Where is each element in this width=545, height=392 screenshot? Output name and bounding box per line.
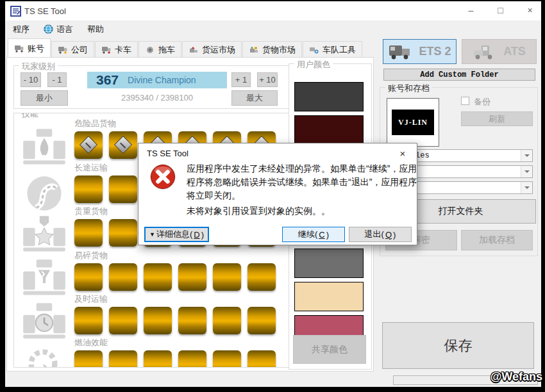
menu-bar: 程序 语言 帮助 [5,20,541,38]
fragile-skill-button-4[interactable] [178,263,206,291]
ats-truck-icon [473,43,497,61]
backup-checkbox[interactable] [461,97,469,105]
ets2-game-button[interactable]: ETS 2 [383,39,457,64]
menu-language[interactable]: 语言 [44,24,73,35]
avatar-frame: VJ-LIN [387,98,439,147]
fragile-skill-button-2[interactable] [109,263,137,291]
adr-skill-button-1[interactable] [74,131,103,159]
user-color-swatch-4[interactable] [294,282,364,311]
shared-colors-button[interactable]: 共享颜色 [293,335,366,364]
skill-label-high-value: 贵重货物 [74,206,108,217]
dropdown-arrow-icon[interactable] [521,166,532,177]
fragile-skill-button-1[interactable] [74,263,103,291]
ets2-truck-icon [388,43,412,61]
high-value-skill-button-2[interactable] [109,219,137,247]
quit-button[interactable]: 退出(Q) [349,227,412,242]
app-window: TS SE Tool – □ × 程序 语言 帮助 账号 公司 卡车 拖车 货运… [5,1,541,387]
eco-driving-skill-icon [18,341,71,368]
adr-gas-diamond-icon [114,136,132,154]
high-value-skill-button-1[interactable] [74,219,103,247]
close-button[interactable]: × [516,1,544,20]
skill-label-long-distance: 长途运输 [74,162,108,174]
fragile-skill-button-6[interactable] [247,263,276,291]
error-icon [149,163,176,190]
watermark: @Wefans [491,370,542,384]
skill-label-adr: 危险品货物 [74,118,116,129]
fragile-skill-button-5[interactable] [213,263,241,291]
user-colors-group-label: 用户颜色 [294,59,333,70]
level-minus1-button[interactable]: - 1 [47,72,67,87]
tab-truck[interactable]: 卡车 [95,41,138,58]
load-save-button[interactable]: 加载存档 [461,230,533,250]
details-expand-icon: ▼ [149,231,155,238]
level-plus1-button[interactable]: + 1 [231,72,251,87]
tab-fleet-tools[interactable]: 车队工具 [303,41,362,58]
tab-freight-market[interactable]: 货运市场 [182,41,242,58]
user-color-swatch-3[interactable] [294,249,364,278]
tab-cargo-market[interactable]: 货物市场 [242,41,302,58]
tab-trailer[interactable]: 拖车 [138,41,181,58]
eco-driving-skill-button-6[interactable] [247,350,276,368]
maximize-button[interactable]: □ [486,1,515,20]
level-max-button[interactable]: 最大 [231,90,278,106]
just-in-time-skill-button-2[interactable] [109,307,137,334]
freight-market-tab-icon [189,46,199,54]
window-title: TS SE Tool [24,6,66,16]
app-icon [10,6,21,17]
continue-button[interactable]: 继续(C) [282,227,345,242]
cargo-market-tab-icon [249,46,259,54]
profile-group-label: 账号和存档 [385,83,432,94]
just-in-time-skill-button-5[interactable] [213,307,241,334]
fragile-skill-button-3[interactable] [144,263,172,291]
avatar: VJ-LIN [392,110,434,135]
title-bar: TS SE Tool – □ × [5,1,541,20]
error-dialog-title: TS SE Tool [147,149,189,158]
user-color-swatch-2[interactable] [294,115,364,145]
just-in-time-skill-button-4[interactable] [178,307,206,334]
eco-driving-skill-button-3[interactable] [144,350,172,368]
experience-points: 2395340 / 2398100 [87,93,227,102]
ats-game-button[interactable]: ATS [462,39,537,64]
ats-label: ATS [503,45,526,58]
refresh-button[interactable]: 刷新 [461,111,533,126]
fleet-tools-tab-icon [309,46,319,54]
skills-group-label: 技能 [19,113,41,120]
skill-row-fragile [74,263,276,291]
error-message-detail: 未将对象引用设置到对象的实例。。 [187,206,417,217]
error-message: 应用程序中发生了未经处理的异常。如果单击“继续”，应用程序将忽略此错误并尝试继续… [187,162,417,202]
menu-program[interactable]: 程序 [13,24,29,35]
user-color-swatch-1[interactable] [294,82,364,111]
level-display-panel: 367 Divine Champion [87,72,227,88]
long-distance-skill-button-1[interactable] [74,176,103,203]
error-dialog: TS SE Tool × 应用程序中发生了未经处理的异常。如果单击“继续”，应用… [138,143,417,245]
eco-driving-skill-button-5[interactable] [213,350,241,368]
menu-help[interactable]: 帮助 [87,24,104,35]
save-button[interactable]: 保存 [382,322,534,369]
globe-icon [44,24,53,34]
eco-driving-skill-button-4[interactable] [178,350,206,368]
dropdown-arrow-icon[interactable] [521,150,532,161]
add-custom-folder-button[interactable]: Add Custom Folder [383,69,535,81]
eco-driving-skill-button-2[interactable] [109,350,137,368]
long-distance-skill-button-2[interactable] [109,176,137,203]
level-min-button[interactable]: 最小 [21,90,68,106]
details-button[interactable]: ▼详细信息(D) [144,227,209,242]
skill-row-just-in-time [74,307,276,334]
eco-driving-skill-button-1[interactable] [74,350,103,368]
tab-company[interactable]: 公司 [51,41,94,58]
level-title: Divine Champion [128,75,196,85]
just-in-time-skill-button-6[interactable] [247,307,276,334]
dropdown-arrow-icon[interactable] [521,182,532,193]
tab-account[interactable]: 账号 [8,38,51,58]
screen: TS SE Tool – □ × 程序 语言 帮助 账号 公司 卡车 拖车 货运… [0,0,545,392]
company-tab-icon [58,46,68,54]
player-level-group-label: 玩家级别 [19,61,58,72]
minimize-button[interactable]: – [457,1,485,20]
just-in-time-skill-button-1[interactable] [74,307,103,334]
adr-skill-button-2[interactable] [109,131,137,159]
skill-row-eco-driving [74,350,276,368]
level-minus10-button[interactable]: - 10 [21,72,41,87]
just-in-time-skill-button-3[interactable] [144,307,172,334]
level-plus10-button[interactable]: + 10 [257,72,278,87]
error-dialog-close-button[interactable]: × [395,147,410,161]
